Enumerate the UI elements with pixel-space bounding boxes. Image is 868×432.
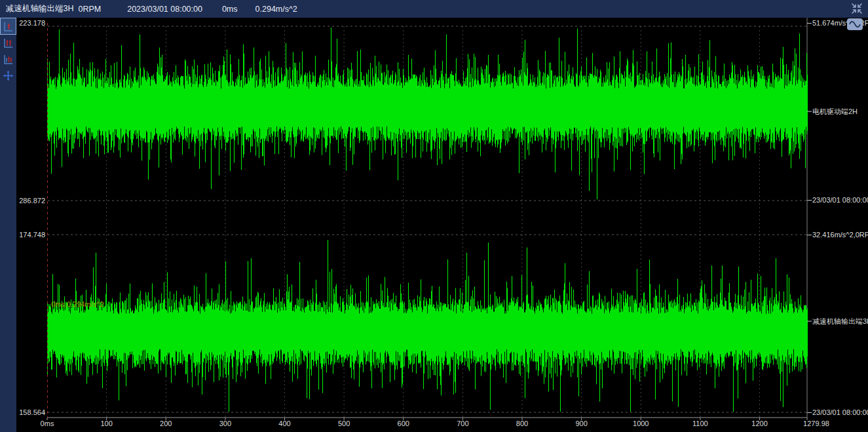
tick-mark (807, 200, 812, 201)
single-cursor-tool-button[interactable] (1, 18, 16, 34)
rpm-label: 0RPM (78, 5, 101, 14)
double-cursor-icon (3, 37, 14, 49)
x-tick-label: 300 (219, 420, 231, 427)
tick-mark (807, 412, 812, 413)
x-tick-label: 1000 (633, 420, 649, 427)
timestamp-label-plot1: 23/03/01 08:00:00 (807, 196, 868, 204)
x-tick-label: 500 (338, 420, 350, 427)
top-status-bar: 减速机轴输出端3H 0RPM 2023/03/01 08:00:00 0ms 0… (0, 0, 868, 18)
y-max-label-plot1: 223.178 (16, 19, 45, 27)
y-min-label-plot1: 286.872 (16, 197, 45, 205)
waveform-trace-1 (48, 28, 808, 199)
cursor-annotation: 0ms,0.294m/s^2 (51, 300, 104, 308)
x-tick-label: 0ms (41, 420, 54, 427)
cursor-value-label: 0.294m/s^2 (255, 5, 297, 14)
waveform-viewer-window: 减速机轴输出端3H 0RPM 2023/03/01 08:00:00 0ms 0… (0, 0, 868, 432)
x-tick-label: 1100 (692, 420, 708, 427)
x-tick-label: 800 (516, 420, 528, 427)
x-tick-label: 100 (100, 420, 112, 427)
pan-move-icon (3, 70, 14, 81)
tick-mark (807, 111, 812, 112)
waveform-plot-area[interactable]: 223.178 286.872 174.748 158.564 51.674m/… (16, 18, 868, 432)
peak-value-label-plot2: 32.416m/s^2,0RPM (807, 231, 868, 239)
x-tick-label: 900 (575, 420, 587, 427)
double-cursor-tool-button[interactable] (1, 35, 16, 50)
x-tick-label: 1200 (751, 420, 767, 427)
collapse-icon[interactable] (850, 2, 863, 15)
channel-name-label-plot1: 电机驱动端2H (807, 107, 858, 117)
y-max-label-plot2: 174.748 (16, 231, 45, 239)
cursor-time-label: 0ms (222, 5, 238, 14)
x-tick-label: 200 (160, 420, 172, 427)
tick-mark (807, 235, 812, 235)
single-cursor-icon (3, 21, 14, 32)
channel-name-label-plot2: 减速机轴输出端3H (807, 317, 868, 326)
y-min-label-plot2: 158.564 (16, 408, 45, 416)
x-tick-label: 700 (457, 420, 468, 427)
waveform-view-button[interactable] (847, 18, 863, 30)
x-tick-label: 400 (278, 420, 290, 427)
waveform-trace-2 (48, 240, 808, 412)
tool-sidebar (0, 18, 16, 432)
datetime-label: 2023/03/01 08:00:00 (127, 5, 202, 14)
x-tick-label: 600 (398, 420, 409, 427)
x-tick-label: 1279.98 (803, 420, 829, 427)
current-channel-label: 减速机轴输出端3H (6, 3, 73, 14)
harmonic-cursor-tool-button[interactable] (1, 51, 16, 67)
sine-wave-icon (848, 20, 861, 29)
waveform-canvas[interactable] (16, 18, 868, 432)
tick-mark (807, 321, 812, 322)
timestamp-label-plot2: 23/03/01 08:00:00 (807, 408, 868, 416)
pan-tool-button[interactable] (1, 68, 16, 83)
tick-mark (807, 23, 812, 24)
harmonic-cursor-icon (3, 54, 14, 65)
